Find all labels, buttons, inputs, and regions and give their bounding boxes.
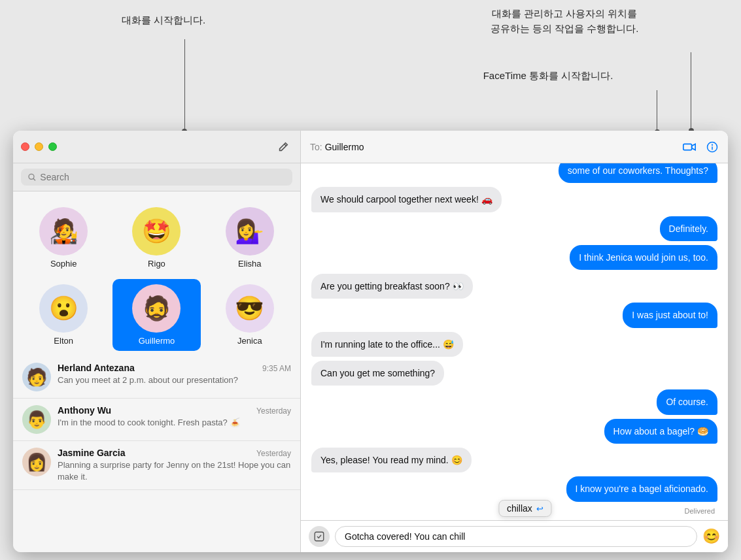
conv-preview-herland: Can you meet at 2 p.m. about our present…: [58, 374, 291, 386]
message-row-3: Definitely.: [311, 216, 717, 241]
titlebar: [13, 131, 300, 163]
conv-time-anthony: Yesterday: [256, 406, 291, 416]
message-row-5: Are you getting breakfast soon? 👀: [311, 274, 717, 299]
conv-avatar-anthony: 👨: [22, 405, 51, 434]
conv-item-jasmine[interactable]: 👩Jasmine GarciaYesterdayPlanning a surpr…: [13, 441, 300, 490]
contact-name-rigo: Rigo: [148, 259, 165, 269]
annotation-line-manage: [691, 52, 691, 129]
conv-time-jasmine: Yesterday: [256, 449, 291, 458]
message-row-2: We should carpool together next week! 🚗: [311, 187, 717, 212]
conv-body-herland: Herland Antezana9:35 AMCan you meet at 2…: [58, 363, 291, 386]
pinned-contact-elisha[interactable]: 💁‍♀️Elisha: [206, 202, 294, 274]
sidebar: 🧑‍🎤Sophie🤩Rigo💁‍♀️Elisha😮Elton🧔Guillermo…: [13, 131, 301, 552]
contact-name-guillermo: Guillermo: [139, 336, 175, 346]
conv-name-jasmine: Jasmine Garcia: [58, 448, 126, 458]
message-row-1: some of our coworkers. Thoughts?: [311, 163, 717, 183]
message-bubble-3: Definitely.: [660, 216, 717, 241]
autocorrect-text: chillax: [507, 503, 532, 514]
svg-line-1: [33, 178, 35, 180]
autocorrect-popup[interactable]: chillax ↩: [498, 500, 552, 517]
contact-name-jenica: Jenica: [237, 336, 262, 346]
avatar-jenica: 😎: [226, 284, 274, 333]
message-bubble-1: some of our coworkers. Thoughts?: [559, 163, 717, 183]
svg-rect-2: [683, 144, 692, 150]
message-row-10: How about a bagel? 🥯: [311, 419, 717, 444]
facetime-button[interactable]: [682, 140, 697, 154]
avatar-guillermo: 🧔: [132, 284, 181, 333]
message-row-9: Of course.: [311, 389, 717, 414]
chat-recipient: Guillermo: [325, 142, 364, 152]
message-bubble-5: Are you getting breakfast soon? 👀: [311, 274, 473, 299]
avatar-rigo: 🤩: [132, 207, 181, 255]
conv-item-anthony[interactable]: 👨Anthony WuYesterdayI'm in the mood to c…: [13, 399, 300, 441]
message-row-6: I was just about to!: [311, 303, 717, 327]
annotation-line-start: [184, 39, 185, 131]
avatar-elton: 😮: [39, 284, 88, 333]
compose-button[interactable]: [274, 138, 292, 156]
message-bubble-4: I think Jenica would join us, too.: [570, 245, 717, 270]
conv-body-jasmine: Jasmine GarciaYesterdayPlanning a surpri…: [58, 448, 291, 483]
conv-name-herland: Herland Antezana: [58, 363, 135, 373]
contact-name-elton: Elton: [54, 336, 73, 346]
info-button[interactable]: [706, 140, 719, 154]
svg-rect-6: [315, 532, 324, 541]
svg-point-5: [712, 144, 713, 145]
conversation-list: 🧑Herland Antezana9:35 AMCan you meet at …: [13, 356, 300, 552]
annotation-area: 대화를 시작합니다. 대화를 관리하고 사용자의 위치를 공유하는 등의 작업을…: [0, 0, 741, 137]
annotation-start-convo: 대화를 시작합니다.: [105, 13, 222, 28]
conv-preview-jasmine: Planning a surprise party for Jenny on t…: [58, 459, 291, 483]
annotation-line-facetime: [657, 90, 657, 131]
search-input[interactable]: [40, 172, 286, 182]
avatar-elisha: 💁‍♀️: [226, 207, 274, 255]
message-bubble-10: How about a bagel? 🥯: [604, 419, 717, 444]
traffic-lights: [21, 142, 57, 151]
message-bubble-6: I was just about to!: [623, 303, 717, 327]
conv-time-herland: 9:35 AM: [262, 364, 291, 373]
app-store-button[interactable]: [309, 526, 330, 547]
messages-area: some of our coworkers. Thoughts?We shoul…: [301, 163, 728, 520]
pinned-contact-elton[interactable]: 😮Elton: [20, 279, 107, 351]
chat-area: To: Guillermo some o: [301, 131, 728, 552]
autocorrect-icon: ↩: [536, 504, 543, 514]
minimize-button[interactable]: [35, 142, 43, 151]
conv-name-anthony: Anthony Wu: [58, 405, 111, 416]
message-input[interactable]: [335, 526, 697, 547]
fullscreen-button[interactable]: [48, 142, 57, 151]
search-icon: [27, 173, 36, 182]
conv-body-anthony: Anthony WuYesterdayI'm in the mood to co…: [58, 405, 291, 429]
contact-name-sophie: Sophie: [50, 259, 77, 269]
message-bubble-9: Of course.: [657, 389, 717, 414]
pinned-contact-guillermo[interactable]: 🧔Guillermo: [112, 279, 200, 351]
message-row-4: I think Jenica would join us, too.: [311, 245, 717, 270]
pinned-contact-sophie[interactable]: 🧑‍🎤Sophie: [20, 202, 107, 274]
message-row-7: I'm running late to the office... 😅: [311, 332, 717, 357]
search-bar: [13, 163, 300, 191]
main-window: 🧑‍🎤Sophie🤩Rigo💁‍♀️Elisha😮Elton🧔Guillermo…: [13, 131, 728, 552]
annotation-facetime: FaceTime 통화를 시작합니다.: [447, 69, 649, 84]
conv-avatar-jasmine: 👩: [22, 448, 51, 476]
contact-name-elisha: Elisha: [238, 259, 261, 269]
conv-avatar-herland: 🧑: [22, 363, 51, 391]
message-row-12: I know you're a bagel aficionado.: [311, 476, 717, 501]
chat-header-actions: [682, 140, 719, 154]
emoji-button[interactable]: 😊: [702, 528, 720, 545]
pinned-contacts-grid: 🧑‍🎤Sophie🤩Rigo💁‍♀️Elisha😮Elton🧔Guillermo…: [13, 191, 300, 356]
svg-point-0: [29, 174, 34, 179]
input-area: 😊 chillax ↩: [301, 520, 728, 552]
conv-preview-anthony: I'm in the mood to cook tonight. Fresh p…: [58, 417, 291, 429]
message-bubble-7: I'm running late to the office... 😅: [311, 332, 463, 357]
message-row-8: Can you get me something?: [311, 361, 717, 386]
to-label: To:: [310, 142, 322, 152]
annotation-manage: 대화를 관리하고 사용자의 위치를 공유하는 등의 작업을 수행합니다.: [453, 7, 676, 36]
message-bubble-2: We should carpool together next week! 🚗: [311, 187, 502, 212]
message-row-11: Yes, please! You read my mind. 😊: [311, 448, 717, 472]
pinned-contact-rigo[interactable]: 🤩Rigo: [112, 202, 200, 274]
avatar-sophie: 🧑‍🎤: [39, 207, 88, 255]
message-bubble-12: I know you're a bagel aficionado.: [566, 476, 717, 501]
close-button[interactable]: [21, 142, 29, 151]
chat-header: To: Guillermo: [301, 131, 728, 163]
message-bubble-11: Yes, please! You read my mind. 😊: [311, 448, 472, 472]
pinned-contact-jenica[interactable]: 😎Jenica: [206, 279, 294, 351]
search-wrapper: [21, 169, 292, 186]
conv-item-herland[interactable]: 🧑Herland Antezana9:35 AMCan you meet at …: [13, 356, 300, 399]
